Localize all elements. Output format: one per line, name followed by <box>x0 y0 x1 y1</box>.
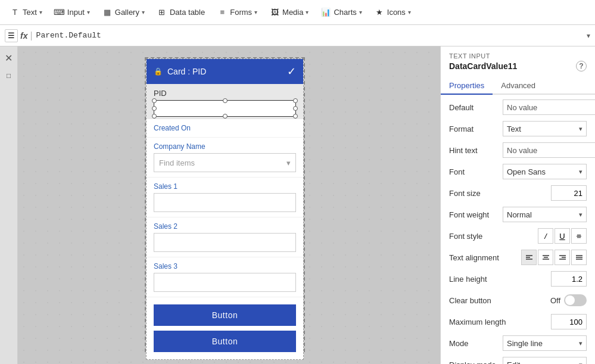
toolbar-item-icons[interactable]: ★ Icons ▾ <box>369 5 416 20</box>
handle-top-mid[interactable] <box>223 98 228 103</box>
toolbar-charts-label: Charts <box>334 8 356 17</box>
component-type-label: TEXT INPUT <box>449 52 587 60</box>
handle-bottom-right[interactable] <box>293 114 298 119</box>
charts-chevron-icon: ▾ <box>359 9 362 15</box>
tree-item-button[interactable]: □ <box>2 69 15 82</box>
card-button-1[interactable]: Button <box>154 304 296 326</box>
prop-font-style-label: Font style <box>449 232 503 241</box>
toolbar-item-media[interactable]: 🖼 Media ▾ <box>264 5 313 20</box>
prop-max-length-input[interactable] <box>551 314 587 329</box>
prop-line-height-label: Line height <box>449 275 503 284</box>
prop-line-height-input[interactable] <box>551 271 587 287</box>
font-style-italic-button[interactable]: / <box>538 228 553 244</box>
prop-font-weight-label: Font weight <box>449 210 503 219</box>
prop-display-mode-dropdown[interactable]: Edit ▾ <box>503 357 587 364</box>
close-button[interactable]: ✕ <box>2 51 15 64</box>
toolbar-item-datatable[interactable]: ⊞ Data table <box>152 5 210 20</box>
sales1-label: Sales 1 <box>154 182 296 191</box>
sales3-input[interactable] <box>154 273 296 292</box>
align-left-icon <box>525 254 533 262</box>
prop-mode-dropdown[interactable]: Single line ▾ <box>503 335 587 351</box>
formula-bar-input[interactable] <box>36 31 583 40</box>
card-button-2[interactable]: Button <box>154 331 296 352</box>
component-name: DataCardValue11 <box>449 61 517 71</box>
formula-expand-icon[interactable]: ▾ <box>587 32 590 40</box>
handle-bottom-mid[interactable] <box>223 114 228 119</box>
toggle-thumb <box>565 295 575 305</box>
right-panel-tabs: Properties Advanced <box>441 77 595 95</box>
check-icon: ✓ <box>287 65 296 78</box>
right-panel-header: TEXT INPUT DataCardValue11 ? <box>441 46 595 74</box>
toolbar-item-input[interactable]: ⌨ Input ▾ <box>49 5 95 20</box>
font-weight-chevron-icon: ▾ <box>579 211 582 219</box>
prop-font-style-row: Font style / U ≡ <box>449 228 587 244</box>
icons-icon: ★ <box>374 7 385 18</box>
close-icon: ✕ <box>5 52 13 64</box>
card-header[interactable]: 🔒 Card : PID ✓ <box>147 59 303 84</box>
handle-bottom-left[interactable] <box>152 114 157 119</box>
text-icon: T <box>10 7 20 18</box>
prop-font-weight-row: Font weight Normal ▾ <box>449 207 587 222</box>
handle-mid-left[interactable] <box>152 106 157 111</box>
toolbar-text-label: Text <box>23 8 37 17</box>
mode-chevron-icon: ▾ <box>579 340 582 347</box>
prop-format-value: Text <box>507 125 521 133</box>
handle-mid-right[interactable] <box>293 106 298 111</box>
prop-font-size-row: Font size <box>449 185 587 201</box>
company-name-label: Company Name <box>154 142 296 151</box>
sales3-field: Sales 3 <box>147 257 303 297</box>
prop-default-label: Default <box>449 103 503 112</box>
prop-line-height-row: Line height <box>449 271 587 287</box>
canvas-area[interactable]: 🔒 Card : PID ✓ PID <box>18 46 440 364</box>
font-chevron-icon: ▾ <box>579 168 582 176</box>
font-style-strikethrough-button[interactable]: ≡ <box>571 228 587 244</box>
toolbar-item-text[interactable]: T Text ▾ <box>5 5 47 20</box>
tab-advanced[interactable]: Advanced <box>493 77 544 95</box>
prop-font-size-input[interactable] <box>551 185 587 201</box>
prop-default-input[interactable] <box>503 99 595 115</box>
hamburger-menu-button[interactable]: ☰ <box>5 29 18 42</box>
media-chevron-icon: ▾ <box>306 9 309 15</box>
font-style-underline-button[interactable]: U <box>554 228 570 244</box>
sales2-input[interactable] <box>154 233 296 252</box>
pid-input[interactable] <box>154 100 296 117</box>
company-name-dropdown[interactable]: Find items ▾ <box>154 153 296 172</box>
align-justify-button[interactable] <box>571 250 587 265</box>
clear-button-toggle[interactable] <box>564 294 587 306</box>
align-center-button[interactable] <box>538 250 553 265</box>
properties-panel: Default Format Text ▾ Hint text Font <box>441 95 595 364</box>
formula-bar-separator: | <box>30 30 32 41</box>
toolbar-datatable-label: Data table <box>170 8 205 17</box>
toolbar-gallery-label: Gallery <box>115 8 139 17</box>
toolbar-media-label: Media <box>282 8 303 17</box>
created-on-label: Created On <box>154 124 296 132</box>
sales1-input[interactable] <box>154 193 296 212</box>
align-right-button[interactable] <box>554 250 570 265</box>
prop-hint-input[interactable] <box>503 142 595 158</box>
toolbar: T Text ▾ ⌨ Input ▾ ▦ Gallery ▾ ⊞ Data ta… <box>0 0 595 25</box>
lock-icon: 🔒 <box>154 67 163 76</box>
toolbar-item-forms[interactable]: ≡ Forms ▾ <box>212 5 262 20</box>
prop-font-dropdown[interactable]: Open Sans ▾ <box>503 164 587 179</box>
tab-properties[interactable]: Properties <box>441 77 493 95</box>
prop-format-row: Format Text ▾ <box>449 121 587 136</box>
prop-font-weight-dropdown[interactable]: Normal ▾ <box>503 207 587 222</box>
pid-field-wrapper[interactable]: PID <box>147 84 303 119</box>
align-justify-icon <box>575 254 583 262</box>
display-mode-chevron-icon: ▾ <box>579 361 582 365</box>
prop-mode-value: Single line <box>507 339 543 348</box>
align-left-button[interactable] <box>521 250 537 265</box>
prop-max-length-row: Maximum length <box>449 314 587 329</box>
handle-top-left[interactable] <box>152 98 157 103</box>
handle-top-right[interactable] <box>293 98 298 103</box>
toolbar-item-gallery[interactable]: ▦ Gallery ▾ <box>97 5 149 20</box>
prop-format-dropdown[interactable]: Text ▾ <box>503 121 587 136</box>
card-body: Created On Company Name Find items ▾ Sal… <box>147 119 303 359</box>
fx-label: fx <box>20 31 27 41</box>
forms-chevron-icon: ▾ <box>254 9 257 15</box>
toolbar-item-charts[interactable]: 📊 Charts ▾ <box>316 5 366 20</box>
clear-button-state: Off <box>550 296 560 305</box>
created-on-field: Created On <box>147 119 303 138</box>
text-align-buttons <box>521 250 587 265</box>
help-button[interactable]: ? <box>576 61 587 71</box>
